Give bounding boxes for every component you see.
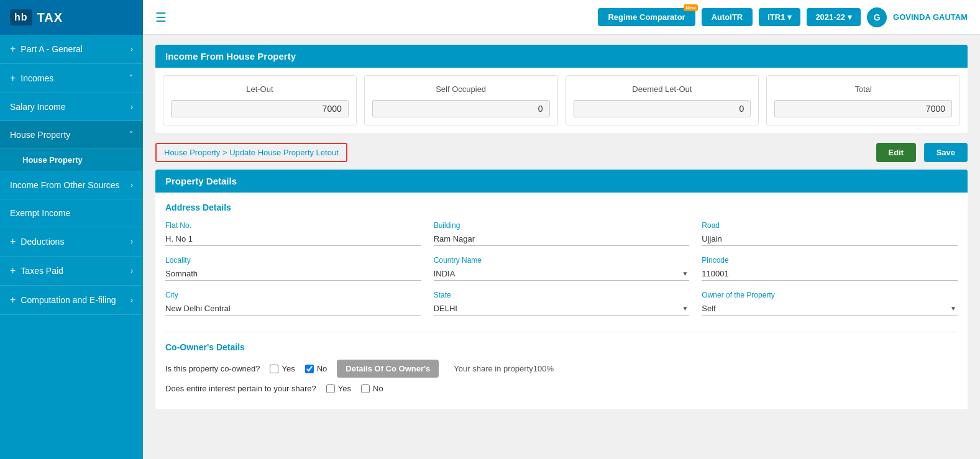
property-details-body: Address Details Flat No. Building Road [155,193,968,409]
country-name-select[interactable]: INDIA [434,267,690,281]
co-owned-yes-text: Yes [282,364,295,373]
building-label: Building [434,221,690,230]
co-owned-yes-checkbox[interactable] [270,365,278,373]
sidebar-item-deductions[interactable]: + Deductions › [0,227,143,257]
year-dropdown-button[interactable]: 2021-22 ▾ [807,8,861,26]
sidebar-label-salary-income: Salary Income [10,102,65,112]
locality-input[interactable] [165,267,421,281]
pincode-label: Pincode [702,256,958,265]
deemed-let-out-value: 0 [574,100,751,117]
details-co-owner-button[interactable]: Details Of Co Owner's [337,360,439,378]
share-value: 100% [533,364,554,373]
arrow-icon-deductions: › [131,237,133,246]
self-occupied-label: Self Occupied [372,84,550,94]
let-out-card: Let-Out 7000 [163,75,357,125]
self-occupied-value: 0 [372,100,550,117]
arrow-icon-salary: › [131,102,133,111]
arrow-icon-house: ˅ [129,130,133,139]
breadcrumb-row: House Property > Update House Property L… [155,143,968,162]
itr-label: ITR1 [767,12,785,22]
locality-field: Locality [165,256,421,281]
new-badge: New [684,4,697,11]
user-avatar: G [867,7,887,27]
hamburger-icon[interactable]: ☰ [155,10,167,25]
sidebar-sub-item-house-property[interactable]: House Property [0,149,143,171]
sidebar-item-part-a-general[interactable]: + Part A - General › [0,35,143,64]
plus-icon-incomes: + [10,73,16,84]
country-select-wrapper: INDIA [434,267,690,281]
arrow-icon-incomes: ˅ [129,74,133,83]
sidebar-item-taxes-paid[interactable]: + Taxes Paid › [0,257,143,286]
state-label: State [434,291,690,299]
plus-icon-computation: + [10,294,16,306]
entire-interest-yes-label[interactable]: Yes [326,384,351,393]
flat-no-field: Flat No. [165,221,421,246]
co-owned-no-label[interactable]: No [305,364,327,373]
itr-chevron-icon: ▾ [787,12,792,22]
arrow-icon-part-a: › [131,45,133,53]
total-value: 7000 [774,100,952,117]
co-owned-no-text: No [317,364,327,373]
sidebar-item-computation[interactable]: + Computation and E-filing › [0,286,143,315]
sidebar-item-incomes[interactable]: + Incomes ˅ [0,64,143,93]
entire-interest-no-label[interactable]: No [361,384,383,393]
regime-comparator-button[interactable]: Regime Comparator [598,8,695,26]
entire-interest-yes-checkbox[interactable] [326,384,335,393]
logo-tax: TAX [37,11,63,25]
co-owned-no-checkbox[interactable] [305,365,314,373]
let-out-value: 7000 [171,100,349,117]
income-house-property-section: Income From House Property Let-Out 7000 … [155,45,968,133]
flat-no-label: Flat No. [165,221,421,230]
co-owned-yes-label[interactable]: Yes [270,364,295,373]
logo-hb: hb [10,9,32,25]
sidebar-label-computation: Computation and E-filing [21,295,116,305]
sidebar-label-incomes: Incomes [21,73,53,83]
address-form-grid: Flat No. Building Road Locality [165,221,958,325]
share-label: Your share in property [454,364,533,373]
flat-no-input[interactable] [165,232,421,246]
regime-comparator-wrap: New Regime Comparator [598,8,695,26]
year-chevron-icon: ▾ [848,12,852,22]
property-details-title: Property Details [165,176,237,186]
property-details-header: Property Details [155,170,968,193]
state-select-wrapper: DELHI [434,302,690,316]
city-input[interactable] [165,302,421,316]
locality-label: Locality [165,256,421,265]
owner-property-select[interactable]: Self [702,302,958,316]
sidebar-item-salary-income[interactable]: Salary Income › [0,93,143,121]
sidebar-item-income-other-sources[interactable]: Income From Other Sources › [0,171,143,199]
state-select[interactable]: DELHI [434,302,690,316]
road-field: Road [702,221,958,246]
year-label: 2021-22 [815,12,845,22]
sidebar-label-income-other: Income From Other Sources [10,180,120,190]
entire-interest-row: Does entire interest pertain to your sha… [165,384,958,393]
owner-property-field: Owner of the Property Self [702,291,958,316]
arrow-icon-taxes: › [131,266,133,275]
sidebar-label-house-property: House Property [10,130,70,140]
auto-itr-button[interactable]: AutoITR [702,8,753,26]
building-input[interactable] [434,232,690,246]
pincode-input[interactable] [702,267,958,281]
entire-interest-question: Does entire interest pertain to your sha… [165,384,316,393]
sidebar-item-house-property[interactable]: House Property ˅ [0,121,143,149]
pincode-field: Pincode [702,256,958,281]
let-out-label: Let-Out [171,84,349,94]
logo-area: hb TAX [0,0,143,35]
edit-button[interactable]: Edit [876,143,917,162]
owner-property-label: Owner of the Property [702,291,958,299]
breadcrumb[interactable]: House Property > Update House Property L… [155,143,347,162]
sidebar-item-exempt-income[interactable]: Exempt Income [0,199,143,227]
save-button[interactable]: Save [924,143,968,162]
sidebar-label-taxes: Taxes Paid [21,266,63,276]
co-owned-row: Is this property co-owned? Yes No Detail… [165,360,958,378]
co-owned-question: Is this property co-owned? [165,364,260,373]
entire-interest-no-checkbox[interactable] [361,384,370,393]
entire-interest-no-text: No [373,384,383,393]
page-content: Income From House Property Let-Out 7000 … [143,35,980,459]
itr-dropdown-button[interactable]: ITR1 ▾ [759,8,800,26]
self-occupied-card: Self Occupied 0 [364,75,558,125]
income-hp-title: Income From House Property [165,51,296,61]
sidebar: hb TAX + Part A - General › + Incomes ˅ … [0,0,143,459]
total-card: Total 7000 [766,75,960,125]
road-input[interactable] [702,232,958,246]
